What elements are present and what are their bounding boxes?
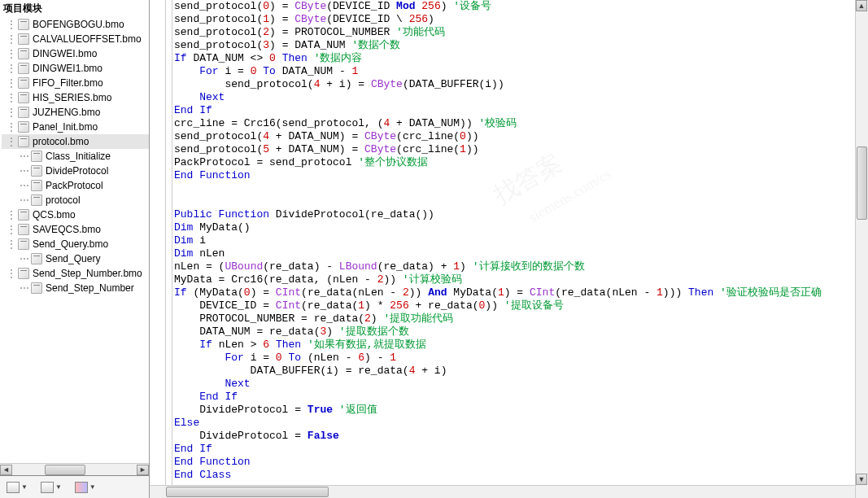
code-line[interactable]: End Function bbox=[174, 169, 855, 182]
tree-connector: ⋮ bbox=[7, 268, 15, 279]
code-token: '设备号 bbox=[453, 0, 491, 12]
tree-item-module[interactable]: ⋮protocol.bmo bbox=[2, 134, 149, 149]
tool-button-2[interactable]: ▼ bbox=[37, 480, 65, 495]
code-token: ) bbox=[441, 0, 454, 12]
code-line[interactable]: For i = 0 To (nLen - 6) - 1 bbox=[174, 352, 855, 365]
tree-item-module[interactable]: ⋮Send_Step_Number.bmo bbox=[2, 266, 149, 281]
code-line[interactable]: send_protocol(4 + DATA_NUM) = CByte(crc_… bbox=[174, 130, 855, 143]
tree-item-sub[interactable]: ⋯⋮PackProtocol bbox=[2, 178, 149, 193]
code-line[interactable]: send_protocol(4 + i) = CByte(DATA_BUFFER… bbox=[174, 78, 855, 91]
tree-item-sub[interactable]: ⋯⋮Send_Step_Number bbox=[2, 281, 149, 295]
tree-item-module[interactable]: ⋮Panel_Init.bmo bbox=[2, 120, 149, 134]
tree-item-module[interactable]: ⋮Send_Query.bmo bbox=[2, 237, 149, 251]
code-line[interactable]: DEVICE_ID = CInt(re_data(1) * 256 + re_d… bbox=[174, 299, 855, 312]
code-token: CByte bbox=[294, 0, 326, 12]
tree-item-sub[interactable]: ⋯⋮DivideProtocol bbox=[2, 164, 149, 178]
code-token: CInt bbox=[276, 299, 301, 312]
eraser-icon bbox=[75, 482, 88, 493]
code-line[interactable]: send_protocol(2) = PROTOCOL_NUMBER '功能代码 bbox=[174, 26, 855, 39]
tree-item-module[interactable]: ⋮DINGWEI1.bmo bbox=[2, 61, 149, 76]
code-line[interactable]: End Function bbox=[174, 456, 855, 469]
code-token: 5 bbox=[263, 143, 269, 155]
code-token: End Class bbox=[174, 469, 231, 481]
tree-item-module[interactable]: ⋮SAVEQCS.bmo bbox=[2, 222, 149, 237]
code-line[interactable]: PackProtocol = send_protocol '整个协议数据 bbox=[174, 156, 855, 169]
code-line[interactable]: DivideProtocol = False bbox=[174, 430, 855, 443]
tree-item-label: Send_Step_Number.bmo bbox=[33, 268, 142, 279]
scroll-left-icon[interactable]: ◄ bbox=[0, 465, 12, 475]
code-token: For bbox=[199, 65, 218, 77]
code-token: )) bbox=[466, 143, 479, 155]
tree-item-module[interactable]: ⋮FIFO_Filter.bmo bbox=[2, 76, 149, 90]
code-token: '返回值 bbox=[339, 404, 377, 416]
code-line[interactable]: DivideProtocol = True '返回值 bbox=[174, 404, 855, 417]
tree-item-module[interactable]: ⋮QCS.bmo bbox=[2, 208, 149, 222]
module-file-icon bbox=[18, 48, 29, 59]
code-line[interactable]: End If bbox=[174, 443, 855, 456]
module-file-icon bbox=[18, 77, 29, 89]
code-token: (DEVICE_ID bbox=[326, 0, 396, 12]
tree-item-module[interactable]: ⋮JUZHENG.bmo bbox=[2, 105, 149, 120]
module-tree[interactable]: ⋮BOFENGBOGU.bmo⋮CALVALUEOFFSET.bmo⋮DINGW… bbox=[0, 17, 149, 463]
code-line[interactable]: send_protocol(1) = CByte(DEVICE_ID \ 256… bbox=[174, 13, 855, 26]
code-line[interactable]: send_protocol(3) = DATA_NUM '数据个数 bbox=[174, 39, 855, 52]
vscroll-thumb[interactable] bbox=[857, 146, 867, 220]
code-token: ) = bbox=[251, 286, 276, 299]
tree-item-sub[interactable]: ⋯⋮Class_Initialize bbox=[2, 149, 149, 164]
code-token: End If bbox=[174, 443, 212, 455]
tree-item-module[interactable]: ⋮BOFENGBOGU.bmo bbox=[2, 17, 149, 32]
code-line[interactable]: Dim nLen bbox=[174, 247, 855, 260]
code-token: 1 bbox=[453, 260, 460, 273]
hscroll-thumb[interactable] bbox=[166, 487, 329, 497]
code-line[interactable]: If nLen > 6 Then '如果有数据,就提取数据 bbox=[174, 339, 855, 352]
editor-vscroll[interactable]: ▲ ▼ bbox=[855, 0, 868, 498]
code-token: send_protocol( bbox=[174, 78, 314, 90]
code-line[interactable]: Dim MyData() bbox=[174, 221, 855, 234]
tree-item-module[interactable]: ⋮HIS_SERIES.bmo bbox=[2, 90, 149, 105]
code-line[interactable]: If (MyData(0) = CInt(re_data(nLen - 2)) … bbox=[174, 286, 855, 299]
code-line[interactable]: DATA_NUM = re_data(3) '提取数据个数 bbox=[174, 325, 855, 339]
code-line[interactable]: Public Function DivideProtocol(re_data()… bbox=[174, 208, 855, 221]
code-line[interactable] bbox=[174, 195, 855, 208]
sidebar-hscroll[interactable]: ◄ ► bbox=[0, 463, 149, 475]
code-content[interactable]: send_protocol(0) = CByte(DEVICE_ID Mod 2… bbox=[172, 0, 855, 498]
code-line[interactable]: nLen = (UBound(re_data) - LBound(re_data… bbox=[174, 260, 855, 273]
code-token: End If bbox=[174, 104, 212, 116]
code-line[interactable]: End Class bbox=[174, 469, 855, 482]
code-line[interactable]: Else bbox=[174, 417, 855, 430]
code-editor[interactable]: send_protocol(0) = CByte(DEVICE_ID Mod 2… bbox=[150, 0, 868, 498]
code-line[interactable]: crc_line = Crc16(send_protocol, (4 + DAT… bbox=[174, 117, 855, 130]
tool-icon bbox=[41, 482, 54, 493]
tool-button-1[interactable]: ▼ bbox=[3, 480, 31, 495]
code-line[interactable]: If DATA_NUM <> 0 Then '数据内容 bbox=[174, 52, 855, 65]
code-line[interactable]: End If bbox=[174, 104, 855, 117]
code-token: PROTOCOL_NUMBER = re_data( bbox=[174, 312, 364, 325]
code-line[interactable]: PROTOCOL_NUMBER = re_data(2) '提取功能代码 bbox=[174, 312, 855, 325]
tree-item-module[interactable]: ⋮DINGWEI.bmo bbox=[2, 46, 149, 61]
code-line[interactable]: End If bbox=[174, 391, 855, 404]
code-line[interactable]: Next bbox=[174, 378, 855, 391]
scroll-thumb[interactable] bbox=[45, 465, 85, 475]
code-line[interactable]: Next bbox=[174, 91, 855, 104]
code-line[interactable]: For i = 0 To DATA_NUM - 1 bbox=[174, 65, 855, 78]
tool-button-eraser[interactable]: ▼ bbox=[72, 480, 99, 495]
scroll-up-icon[interactable]: ▲ bbox=[856, 0, 867, 11]
code-line[interactable] bbox=[174, 182, 855, 195]
code-token: Next bbox=[225, 378, 250, 390]
tree-item-sub[interactable]: ⋯⋮Send_Query bbox=[2, 251, 149, 266]
code-line[interactable]: DATA_BUFFER(i) = re_data(4 + i) bbox=[174, 365, 855, 378]
tree-item-sub[interactable]: ⋯⋮protocol bbox=[2, 193, 149, 208]
tree-item-module[interactable]: ⋮CALVALUEOFFSET.bmo bbox=[2, 32, 149, 46]
code-token: 1 bbox=[656, 286, 663, 299]
scroll-down-icon[interactable]: ▼ bbox=[856, 474, 867, 485]
code-line[interactable]: send_protocol(5 + DATA_NUM) = CByte(crc_… bbox=[174, 143, 855, 156]
code-token: + re_data( bbox=[409, 299, 479, 312]
editor-hscroll[interactable] bbox=[150, 485, 855, 498]
code-token: (crc_line( bbox=[396, 130, 460, 142]
code-token: 1 bbox=[460, 143, 466, 155]
scroll-right-icon[interactable]: ► bbox=[137, 465, 149, 475]
code-line[interactable]: send_protocol(0) = CByte(DEVICE_ID Mod 2… bbox=[174, 0, 855, 13]
code-token bbox=[713, 286, 720, 299]
code-line[interactable]: Dim i bbox=[174, 234, 855, 247]
code-line[interactable]: MyData = Crc16(re_data, (nLen - 2)) '计算校… bbox=[174, 273, 855, 286]
